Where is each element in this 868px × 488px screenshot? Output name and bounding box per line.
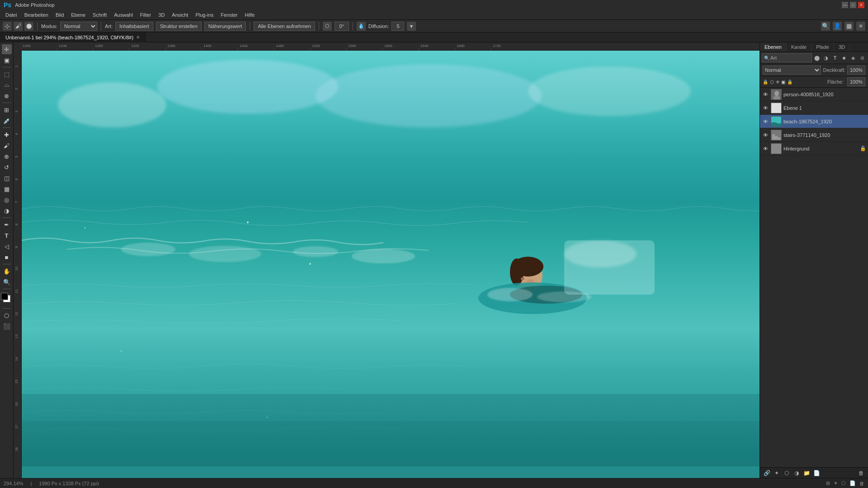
inhaltsbasiert-button[interactable]: Inhaltsbasiert: [115, 22, 153, 31]
window-controls[interactable]: — □ ✕: [842, 2, 864, 8]
tab-pfade[interactable]: Pfade: [811, 42, 834, 52]
menu-ansicht[interactable]: Ansicht: [168, 11, 192, 19]
menu-bild[interactable]: Bild: [52, 11, 67, 19]
gradient-tool[interactable]: ▦: [2, 184, 12, 194]
minimize-button[interactable]: —: [842, 2, 848, 8]
layer-item-person[interactable]: 👁 person-4008516_1920: [760, 88, 868, 101]
layer-item-ebene1[interactable]: 👁 Ebene 1: [760, 101, 868, 115]
more-icon[interactable]: ≡: [856, 22, 865, 31]
menu-bearbeiten[interactable]: Bearbeiten: [21, 11, 52, 19]
hand-tool[interactable]: ✋: [2, 266, 12, 276]
menu-3d[interactable]: 3D: [155, 11, 168, 19]
svg-point-53: [352, 249, 415, 263]
clone-stamp[interactable]: ⊕: [2, 151, 12, 161]
status-icon-3: ⬡: [841, 480, 846, 486]
document-tab[interactable]: Unbenannt-1 bei 294% (beach-1867524_1920…: [0, 33, 146, 42]
angle-icon[interactable]: ⬡: [323, 22, 332, 31]
history-brush[interactable]: ↺: [2, 162, 12, 172]
opacity-input[interactable]: [847, 66, 865, 75]
move-tool[interactable]: ✛: [2, 44, 12, 54]
tab-3d[interactable]: 3D: [834, 42, 850, 52]
diffusion-input[interactable]: [392, 22, 404, 31]
move-tool-icon[interactable]: ⊹: [3, 22, 12, 31]
tab-ebenen[interactable]: Ebenen: [760, 42, 787, 52]
type-tool[interactable]: T: [2, 230, 12, 240]
filter-toggle[interactable]: ⊘: [858, 54, 866, 62]
screen-mode[interactable]: ⬛: [2, 321, 12, 331]
layer-item-hintergrund[interactable]: 👁 Hintergrund 🔒: [760, 142, 868, 155]
naherungswert-button[interactable]: Näherungswert: [204, 22, 246, 31]
pen-tool[interactable]: ✒: [2, 220, 12, 230]
blur-tool[interactable]: ◎: [2, 195, 12, 205]
smart-filter-icon[interactable]: ◈: [849, 54, 857, 62]
quick-select-tool[interactable]: ⊗: [2, 91, 12, 101]
layer-item-stairs[interactable]: 👁 stairs-3771140_1920: [760, 128, 868, 142]
tab-kanale[interactable]: Kanäle: [787, 42, 811, 52]
healing-tool[interactable]: ✚: [2, 130, 12, 140]
mode-select[interactable]: Normal Aufhellen Abdunkeln: [60, 22, 97, 31]
foreground-color-swatch[interactable]: [1, 293, 8, 300]
quick-mask[interactable]: ⬡: [2, 310, 12, 320]
menu-plugins[interactable]: Plug-ins: [192, 11, 217, 19]
artboard-tool[interactable]: ▣: [2, 55, 12, 65]
menu-ebene[interactable]: Ebene: [67, 11, 89, 19]
tabbar: Unbenannt-1 bei 294% (beach-1867524_1920…: [0, 33, 868, 42]
close-button[interactable]: ✕: [858, 2, 864, 8]
search-workspace-icon[interactable]: 🔍: [821, 22, 830, 31]
pixel-filter-icon[interactable]: ⬤: [813, 54, 821, 62]
diffusion-dropdown[interactable]: ▾: [407, 22, 416, 31]
arrange-icon[interactable]: ▦: [844, 22, 854, 31]
add-style-icon[interactable]: ✦: [773, 469, 781, 477]
fill-input[interactable]: [847, 77, 865, 86]
menu-datei[interactable]: Datei: [2, 11, 21, 19]
svg-point-63: [527, 279, 534, 283]
statusbar: 294.14% | 1990 Px x 1338 Px (72 ppi) ⊞ ✦…: [0, 478, 868, 488]
crop-tool[interactable]: ⊞: [2, 105, 12, 115]
workspace-icon[interactable]: 👤: [833, 22, 842, 31]
shape-filter-icon[interactable]: ■: [840, 54, 848, 62]
marquee-tool[interactable]: ⬚: [2, 69, 12, 79]
brush-size-icon[interactable]: ⬤: [24, 22, 33, 31]
menu-schrift[interactable]: Schrift: [89, 11, 110, 19]
layer-visibility-beach[interactable]: 👁: [762, 118, 769, 125]
menu-filter[interactable]: Filter: [137, 11, 155, 19]
layer-visibility-person[interactable]: 👁: [762, 91, 769, 98]
lock-all-icon[interactable]: 🔒: [787, 80, 793, 84]
lasso-tool[interactable]: ⌓: [2, 80, 12, 90]
menu-hilfe[interactable]: Hilfe: [241, 11, 258, 19]
delete-layer-icon[interactable]: 🗑: [857, 469, 865, 477]
new-group-icon[interactable]: 📁: [802, 469, 811, 477]
menu-auswahl[interactable]: Auswahl: [110, 11, 137, 19]
adjustment-filter-icon[interactable]: ◑: [822, 54, 830, 62]
angle-input[interactable]: [335, 22, 349, 31]
maximize-button[interactable]: □: [850, 2, 856, 8]
eraser-tool[interactable]: ◫: [2, 173, 12, 183]
blend-mode-select[interactable]: Normal Aufhellen Multiplizieren: [763, 66, 821, 75]
layer-visibility-stairs[interactable]: 👁: [762, 131, 769, 139]
new-layer-icon[interactable]: 📄: [812, 469, 821, 477]
dodge-tool[interactable]: ◑: [2, 206, 12, 216]
tab-close-button[interactable]: ✕: [136, 35, 140, 40]
layer-visibility-ebene1[interactable]: 👁: [762, 104, 769, 112]
lock-position-icon[interactable]: ✛: [776, 80, 779, 84]
layer-item-beach[interactable]: 👁 beach-1867524_1920: [760, 115, 868, 128]
alle-ebenen-button[interactable]: Alle Ebenen aufnehmen: [254, 22, 315, 31]
struktur-erstellen-button[interactable]: Struktur erstellen: [156, 22, 202, 31]
diffusion-icon[interactable]: 💧: [357, 22, 366, 31]
brush-tool[interactable]: 🖌: [2, 141, 12, 150]
path-select[interactable]: ◁: [2, 241, 12, 251]
layer-visibility-hintergrund[interactable]: 👁: [762, 145, 769, 152]
svg-rect-72: [22, 421, 760, 466]
zoom-tool[interactable]: 🔍: [2, 277, 12, 287]
menu-fenster[interactable]: Fenster: [217, 11, 241, 19]
lock-pixels-icon[interactable]: ⬡: [770, 80, 774, 84]
brush-tool-icon[interactable]: 🖌: [14, 22, 23, 31]
link-layers-icon[interactable]: 🔗: [763, 469, 771, 477]
eyedropper-tool[interactable]: 💉: [2, 116, 12, 126]
type-filter-icon[interactable]: T: [831, 54, 839, 62]
color-swatches[interactable]: [1, 293, 13, 305]
shape-tool[interactable]: ■: [2, 252, 12, 262]
add-adjustment-icon[interactable]: ◑: [793, 469, 801, 477]
add-mask-icon[interactable]: ⬡: [783, 469, 791, 477]
lock-artboard-icon[interactable]: ▣: [781, 80, 785, 84]
